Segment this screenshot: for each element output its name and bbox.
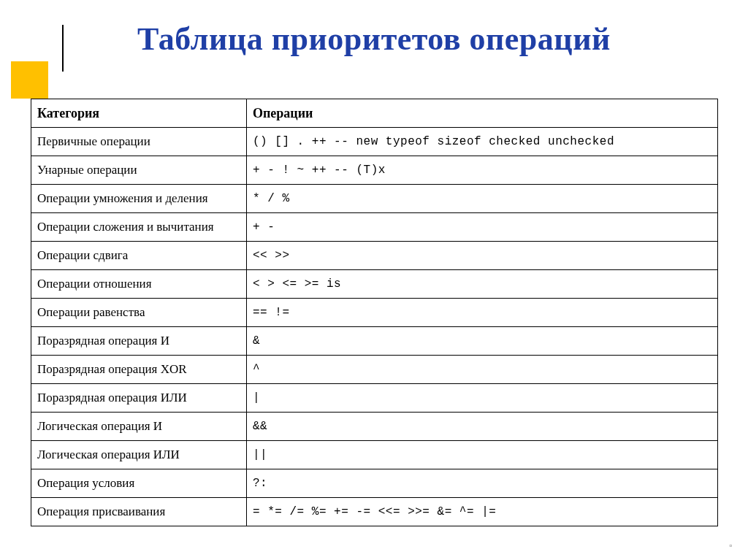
cell-operations: = *= /= %= += -= <<= >>= &= ^= |= [247, 498, 718, 526]
cell-operations: == != [247, 299, 718, 327]
cell-category: Поразрядная операция XOR [31, 356, 247, 384]
cell-operations: < > <= >= is [247, 270, 718, 299]
cell-category: Унарные операции [31, 156, 247, 185]
table-header-row: Категория Операции [31, 99, 718, 128]
precedence-table-container: Категория Операции Первичные операции ()… [31, 99, 717, 526]
text-cursor [62, 25, 64, 72]
header-category: Категория [31, 99, 247, 128]
cell-operations: + - ! ~ ++ -- (T)x [247, 156, 718, 185]
cell-category: Операция присваивания [31, 498, 247, 526]
table-row: Унарные операции + - ! ~ ++ -- (T)x [31, 156, 718, 185]
cell-category: Операции сложения и вычитания [31, 213, 247, 242]
cell-operations: || [247, 441, 718, 469]
table-row: Первичные операции () [] . ++ -- new typ… [31, 128, 718, 156]
table-row: Операции умножения и деления * / % [31, 185, 718, 213]
precedence-table: Категория Операции Первичные операции ()… [31, 99, 718, 526]
cell-category: Операции сдвига [31, 242, 247, 270]
table-row: Операции сложения и вычитания + - [31, 213, 718, 242]
table-row: Логическая операция ИЛИ || [31, 441, 718, 469]
table-row: Операции равенства == != [31, 299, 718, 327]
table-row: Операции отношения < > <= >= is [31, 270, 718, 299]
slide: Таблица приоритетов операций Категория О… [0, 0, 748, 560]
header-operations: Операции [247, 99, 718, 128]
cell-operations: () [] . ++ -- new typeof sizeof checked … [247, 128, 718, 156]
cell-category: Первичные операции [31, 128, 247, 156]
table-row: Поразрядная операция И & [31, 327, 718, 356]
table-row: Поразрядная операция ИЛИ | [31, 384, 718, 413]
cell-operations: << >> [247, 242, 718, 270]
cell-category: Операции отношения [31, 270, 247, 299]
slide-title: Таблица приоритетов операций [137, 21, 611, 57]
accent-square [11, 61, 48, 99]
cell-operations: ^ [247, 356, 718, 384]
cell-category: Операции равенства [31, 299, 247, 327]
cell-operations: | [247, 384, 718, 413]
cell-operations: & [247, 327, 718, 356]
cell-category: Операции умножения и деления [31, 185, 247, 213]
table-row: Операция присваивания = *= /= %= += -= <… [31, 498, 718, 526]
table-row: Логическая операция И && [31, 413, 718, 441]
cell-operations: ?: [247, 469, 718, 498]
end-of-slide-mark: ▫ [728, 541, 733, 551]
cell-category: Логическая операция ИЛИ [31, 441, 247, 469]
title-container: Таблица приоритетов операций [0, 20, 748, 58]
cell-category: Операция условия [31, 469, 247, 498]
cell-operations: && [247, 413, 718, 441]
cell-category: Логическая операция И [31, 413, 247, 441]
cell-operations: + - [247, 213, 718, 242]
table-row: Операции сдвига << >> [31, 242, 718, 270]
cell-category: Поразрядная операция ИЛИ [31, 384, 247, 413]
table-row: Операция условия ?: [31, 469, 718, 498]
cell-operations: * / % [247, 185, 718, 213]
table-row: Поразрядная операция XOR ^ [31, 356, 718, 384]
cell-category: Поразрядная операция И [31, 327, 247, 356]
